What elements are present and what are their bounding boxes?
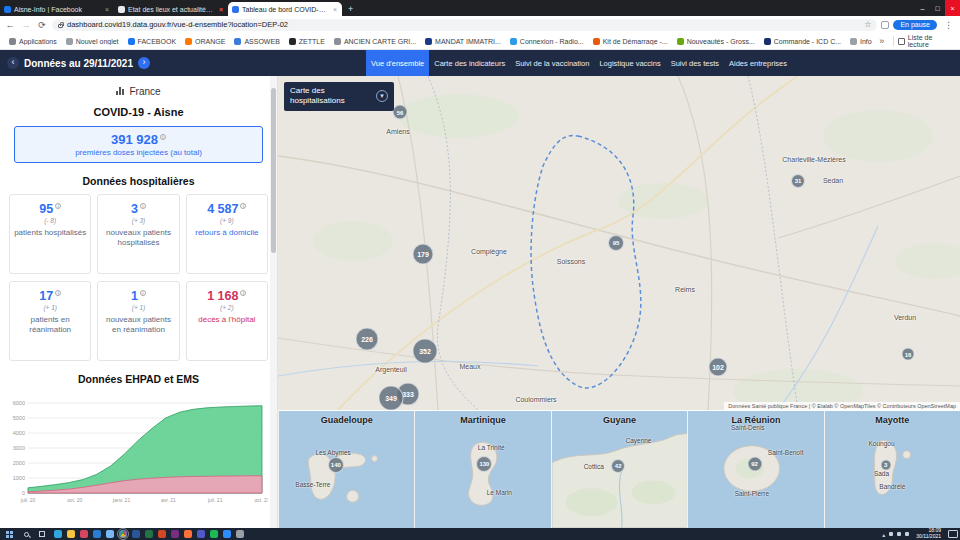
network-icon[interactable]: [889, 532, 893, 536]
bookmark-item-commande-icd-c[interactable]: Commande - ICD C...: [760, 38, 845, 45]
info-icon[interactable]: [160, 134, 166, 140]
map-marker-102[interactable]: 102: [709, 358, 728, 377]
tab-close-icon[interactable]: ×: [332, 6, 338, 13]
browser-tab-dashboard-active[interactable]: Tableau de bord COVID-19 Suiv ×: [228, 2, 342, 16]
minimize-button[interactable]: –: [915, 0, 930, 16]
bookmark-item-assoweb[interactable]: ASSOWEB: [230, 38, 283, 45]
taskbar-app-zoom[interactable]: [223, 530, 231, 538]
bookmark-item-applications[interactable]: Applications: [5, 38, 61, 45]
bookmark-item-nouvel-onglet[interactable]: Nouvel onglet: [62, 38, 123, 45]
map-marker-352[interactable]: 352: [413, 339, 438, 364]
map-main[interactable]: Carte des hospitalisations ▼ Données San…: [278, 76, 960, 410]
bookmarks-overflow-icon[interactable]: »: [874, 36, 889, 46]
language-icon[interactable]: [905, 532, 909, 536]
bookmark-label: ORANGE: [195, 38, 225, 45]
browser-menu-icon[interactable]: ⋮: [941, 20, 956, 30]
reading-list-button[interactable]: Liste de lecture: [898, 34, 955, 48]
info-icon[interactable]: [240, 290, 246, 296]
info-icon[interactable]: [55, 290, 61, 296]
url-text[interactable]: dashboard.covid19.data.gouv.fr/vue-d-ens…: [67, 20, 860, 29]
taskbar-app-store[interactable]: [106, 530, 114, 538]
bookmark-item-orange[interactable]: ORANGE: [181, 38, 229, 45]
bookmark-item-ancien-carte-gri[interactable]: ANCIEN CARTE GRI...: [330, 38, 420, 45]
next-day-button[interactable]: ›: [138, 57, 150, 69]
previous-day-button[interactable]: ‹: [7, 57, 19, 69]
bookmark-item-facebook[interactable]: FACEBOOK: [124, 38, 181, 45]
taskbar-app-teams[interactable]: [197, 530, 205, 538]
mini-map-guyane[interactable]: GuyaneCayenneCottica42: [551, 411, 687, 528]
profile-sync-paused-button[interactable]: En pause: [893, 20, 937, 30]
taskbar-app-spotify[interactable]: [210, 530, 218, 538]
browser-tab-etat-des-lieux[interactable]: Etat des lieux et actualités - Min... ×: [114, 2, 228, 16]
tab-close-icon[interactable]: ×: [218, 6, 224, 13]
bookmark-item-mandat-immatri[interactable]: MANDAT IMMATRI...: [421, 38, 505, 45]
bookmark-star-icon[interactable]: ☆: [864, 20, 871, 29]
task-view-button[interactable]: [34, 531, 50, 537]
taskbar-clock[interactable]: 18:09 30/11/2021: [913, 528, 944, 540]
address-bar[interactable]: dashboard.covid19.data.gouv.fr/vue-d-ens…: [52, 19, 877, 31]
dash-tab-carte-des-indicateurs[interactable]: Carte des indicateurs: [429, 50, 510, 76]
taskbar-search-button[interactable]: [18, 532, 34, 537]
volume-icon[interactable]: [897, 532, 901, 536]
close-button[interactable]: ×: [945, 0, 960, 16]
dash-tab-suivi-des-tests[interactable]: Suivi des tests: [666, 50, 724, 76]
info-icon[interactable]: [140, 290, 146, 296]
taskbar-app-onenote[interactable]: [171, 530, 179, 538]
dash-tab-vue-d-ensemble[interactable]: Vue d'ensemble: [366, 50, 429, 76]
taskbar-app-chrome[interactable]: [119, 530, 127, 538]
dash-tab-logistique-vaccins[interactable]: Logistique vaccins: [594, 50, 665, 76]
map-marker-56[interactable]: 56: [393, 105, 408, 120]
back-icon[interactable]: ←: [4, 20, 16, 30]
taskbar-app-firefox[interactable]: [184, 530, 192, 538]
info-icon[interactable]: [240, 203, 246, 209]
info-icon[interactable]: [140, 203, 146, 209]
taskbar-app-word[interactable]: [132, 530, 140, 538]
mini-map-marker-42[interactable]: 42: [611, 459, 625, 473]
dash-tab-aides-entreprises[interactable]: Aides entreprises: [724, 50, 792, 76]
map-marker-179[interactable]: 179: [413, 244, 434, 265]
svg-text:janv. 21: janv. 21: [112, 497, 130, 503]
bookmark-item-nouveaut-s-gross[interactable]: Nouveautés - Gross...: [673, 38, 759, 45]
browser-tab-facebook[interactable]: Aisne-Info | Facebook ×: [0, 2, 114, 16]
mini-map-marker-140[interactable]: 140: [328, 457, 344, 473]
mini-map-marker-3[interactable]: 3: [880, 459, 891, 470]
map-layer-select[interactable]: Carte des hospitalisations ▼: [284, 82, 394, 111]
map-marker-16[interactable]: 16: [902, 348, 915, 361]
taskbar-app-settings[interactable]: [236, 530, 244, 538]
map-marker-349[interactable]: 349: [379, 386, 404, 411]
taskbar-app-powerpoint[interactable]: [158, 530, 166, 538]
taskbar-app-excel[interactable]: [145, 530, 153, 538]
mini-map-guadeloupe[interactable]: GuadeloupeLes AbymesBasse-Terre140: [278, 411, 414, 528]
extensions-icon[interactable]: [881, 21, 889, 29]
maximize-button[interactable]: □: [930, 0, 945, 16]
refresh-icon[interactable]: ⟳: [36, 20, 48, 30]
territory-selector[interactable]: France: [0, 82, 277, 100]
bookmark-item-connexion-radio[interactable]: Connexion - Radio...: [506, 38, 588, 45]
mini-map-mayotte[interactable]: MayotteKoungouSadaBandrélé3: [824, 411, 960, 528]
sidebar-scrollbar-thumb[interactable]: [271, 88, 276, 253]
bookmark-item-kit-de-d-marrage[interactable]: Kit de Démarrage -...: [589, 38, 672, 45]
dash-tab-suivi-de-la-vaccination[interactable]: Suivi de la vaccination: [510, 50, 594, 76]
taskbar-app-edge[interactable]: [54, 530, 62, 538]
bookmark-item-zettle[interactable]: ZETTLE: [285, 38, 329, 45]
start-button[interactable]: [0, 531, 18, 538]
stat-delta: (+ 9): [189, 217, 265, 224]
info-icon[interactable]: [55, 203, 61, 209]
mini-map-marker-130[interactable]: 130: [476, 456, 492, 472]
taskbar-app-file-explorer[interactable]: [67, 530, 75, 538]
map-marker-31[interactable]: 31: [791, 174, 805, 188]
system-tray: ▴ 18:09 30/11/2021: [882, 528, 960, 540]
taskbar-app-photos[interactable]: [80, 530, 88, 538]
map-marker-226[interactable]: 226: [356, 328, 379, 351]
tray-chevron-up-icon[interactable]: ▴: [882, 531, 885, 538]
mini-map-martinique[interactable]: MartiniqueLa TrinitéLe Marin130: [414, 411, 550, 528]
new-tab-button[interactable]: +: [348, 4, 353, 14]
map-marker-95[interactable]: 95: [608, 235, 624, 251]
mini-map-la-r-union[interactable]: La RéunionSaint-DenisSaint-BenoîtSaint-P…: [687, 411, 823, 528]
taskbar-app-mail[interactable]: [93, 530, 101, 538]
forward-icon[interactable]: →: [20, 20, 32, 30]
tab-close-icon[interactable]: ×: [104, 6, 110, 13]
mini-map-marker-92[interactable]: 92: [747, 456, 762, 471]
action-center-icon[interactable]: [948, 530, 958, 538]
bookmark-item-informations-sur-les[interactable]: Informations sur les...: [846, 38, 872, 45]
